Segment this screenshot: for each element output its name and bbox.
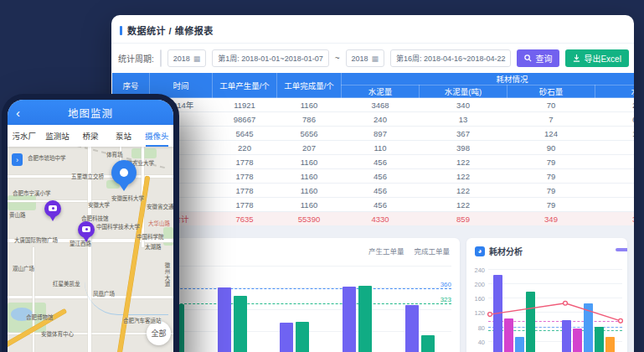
consumables-chart-plot	[488, 263, 622, 352]
sub-col-2: 水泥量(吨)	[420, 85, 507, 98]
map-label: 凤凰广场	[93, 289, 115, 298]
total-row: 合计7635553904330859349334	[112, 212, 635, 226]
table-cell: 5645	[213, 127, 277, 141]
y-axis-tick: 40	[470, 339, 485, 346]
y-axis-tick: 200	[470, 281, 485, 288]
workorder-bar	[358, 286, 372, 352]
table-cell: 340	[420, 98, 507, 112]
query-button[interactable]: 查询	[517, 49, 559, 67]
table-cell: 1160	[277, 184, 342, 198]
export-excel-button[interactable]: 导出Excel	[565, 49, 628, 67]
table-cell: 1778	[213, 155, 277, 169]
sub-col-4: 水量	[595, 85, 635, 98]
legend-label: 完成工单量	[414, 246, 450, 256]
table-cell: 456	[342, 169, 420, 184]
end-week-input[interactable]: 第16周: 2018-04-16~2018-04-22	[390, 49, 511, 67]
table-cell: 67	[595, 184, 635, 198]
phone-screen: ‹ 地图监测 污水厂监测站桥梁泵站摄像头 ›	[8, 100, 173, 352]
workorder-bar	[405, 305, 419, 352]
table-cell: 1160	[277, 198, 342, 212]
end-year-select[interactable]: 2018 ▦	[346, 49, 385, 67]
table-cell: 240	[342, 112, 420, 127]
table-row: 42202071103989019	[112, 141, 635, 155]
tab-污水厂[interactable]: 污水厂	[8, 125, 41, 147]
table-cell: 398	[420, 141, 507, 155]
park-patch	[8, 195, 36, 210]
map-label: 黄山路	[9, 210, 26, 219]
legend-item[interactable]: 完成工单量	[414, 246, 450, 256]
line-point	[564, 301, 568, 305]
report-table: 序号 时间 工单产生量/个 工单完成量/个 耗材情况 水泥量 水泥量(吨) 砂石…	[111, 72, 634, 241]
table-cell: 122	[420, 198, 507, 212]
selected-camera-pin[interactable]	[111, 160, 137, 185]
park-patch	[163, 227, 173, 246]
map-label: 合肥市宁溪小学	[13, 189, 51, 197]
table-cell: 1778	[213, 184, 277, 198]
filter-bar: 统计周期: 年季月周日 2018 ▦ 第1周: 2018-01-01~2018-…	[111, 44, 634, 72]
table-row: 5177811604561227967	[112, 155, 635, 169]
tab-桥梁[interactable]: 桥梁	[74, 125, 107, 147]
dashboard-card: 数据统计 / 维修报表 统计周期: 年季月周日 2018 ▦ 第1周: 2018…	[111, 15, 634, 352]
table-cell: 55390	[277, 212, 342, 226]
map-label: 观山广场	[13, 264, 34, 272]
tab-摄像头[interactable]: 摄像头	[140, 125, 173, 147]
start-year-select[interactable]: 2018 ▦	[167, 49, 207, 67]
table-row: 298667786240137690	[112, 112, 635, 127]
y-axis-tick: 120	[470, 309, 485, 317]
table-cell: 67	[595, 198, 635, 212]
table-cell: 122	[420, 169, 507, 184]
park-patch	[131, 148, 157, 158]
period-option-年[interactable]: 年	[161, 50, 162, 66]
col-header-created: 工单产生量/个	[213, 73, 277, 98]
map-label: 中国科学技术大学	[96, 222, 140, 230]
table-cell: 5656	[277, 127, 342, 141]
map-label: 徽州大道	[162, 262, 171, 287]
map-label: 大唐国际购物广场	[14, 236, 58, 244]
back-icon[interactable]: ‹	[16, 106, 20, 119]
table-cell: 786	[277, 112, 342, 127]
table-cell: 13	[420, 112, 507, 127]
charts-section: 产生工单量完成工单量 360323 ◕ 耗材分析 408012016020024…	[111, 226, 634, 352]
tab-监测站[interactable]: 监测站	[41, 125, 75, 147]
table-cell: 897	[342, 127, 420, 141]
table-cell: 70	[507, 98, 595, 112]
workorder-bar	[234, 296, 247, 352]
map-label: 太湖路	[145, 242, 162, 251]
bar-group	[343, 286, 372, 352]
map-label: 安徽大学	[88, 200, 110, 209]
table-cell: 207	[277, 141, 342, 155]
show-all-button[interactable]: 全部	[147, 321, 171, 345]
map-view[interactable]: › 全部 合肥市琥珀中学体育场安徽农业大学五里墩立交桥合肥市宁溪小学安徽医科大学…	[8, 147, 173, 352]
download-icon	[573, 54, 580, 62]
line-point	[619, 318, 623, 323]
tab-泵站[interactable]: 泵站	[107, 125, 141, 147]
sub-col-3: 砂石量	[507, 85, 595, 98]
camera-pin[interactable]	[44, 200, 61, 217]
table-cell: 334	[595, 212, 635, 226]
map-label: 五里墩立交桥	[71, 172, 104, 180]
bar-groups	[138, 260, 451, 352]
table-row: 12014年119211160346834070250	[112, 98, 635, 112]
table-cell: 3468	[342, 98, 420, 112]
table-cell: 456	[342, 198, 420, 212]
legend-item[interactable]: 产生工单量	[368, 246, 404, 256]
workorder-chart-legend: 产生工单量完成工单量	[368, 246, 450, 256]
map-expand-button[interactable]: ›	[12, 153, 23, 166]
table-cell: 690	[595, 112, 635, 127]
trend-line	[488, 263, 622, 352]
table-cell: 79	[507, 184, 595, 198]
table-cell: 349	[507, 212, 595, 226]
camera-icon	[49, 205, 57, 211]
search-icon	[524, 54, 532, 62]
start-week-input[interactable]: 第1周: 2018-01-01~2018-01-07	[212, 49, 328, 67]
table-row: 7177811604561227967	[112, 184, 635, 198]
table-cell: 79	[507, 198, 595, 212]
table-cell: 1778	[213, 198, 277, 212]
map-label: 中国科学院	[137, 232, 164, 241]
table-cell: 124	[507, 127, 595, 141]
table-cell: 456	[342, 184, 420, 198]
camera-pin[interactable]	[78, 221, 95, 238]
table-cell: 67	[595, 169, 635, 184]
consumables-chart-legend[interactable]	[616, 248, 627, 251]
bar-group	[405, 305, 435, 352]
